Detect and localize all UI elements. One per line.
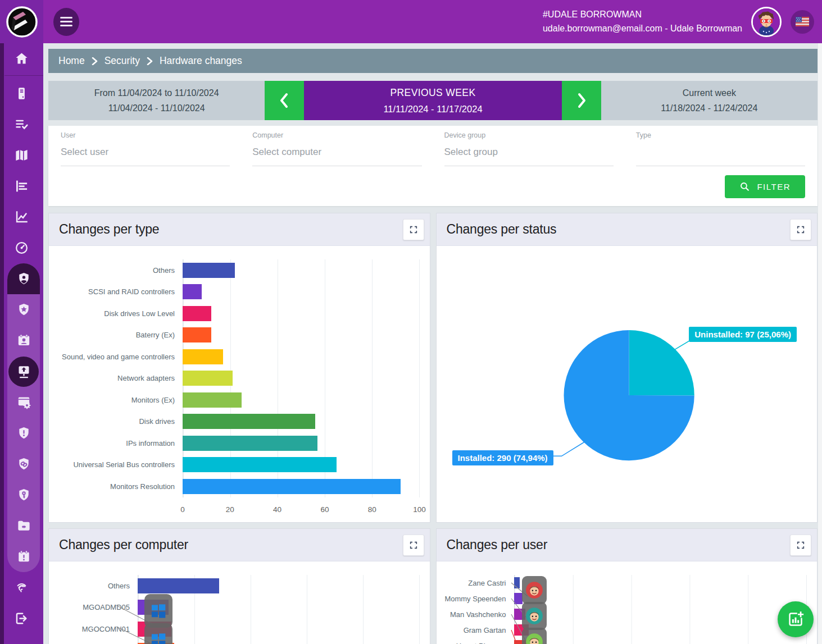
- shield-key-icon: [16, 487, 31, 503]
- bar[interactable]: [183, 263, 235, 278]
- pie-chart: Uninstalled: 97 (25,06%) Installed: 290 …: [442, 259, 807, 517]
- bar[interactable]: [183, 436, 317, 451]
- bar-row[interactable]: Man Vashchenko: [442, 606, 807, 622]
- sidebar-item-shield-user[interactable]: [7, 263, 40, 294]
- app-logo[interactable]: [0, 0, 43, 43]
- account-detail: udale.borrowman@email.com - Udale Borrow…: [543, 22, 742, 36]
- sidebar-item-window-gear[interactable]: [7, 387, 40, 418]
- bar[interactable]: [183, 457, 337, 472]
- bar-category-label: Disk drives: [55, 417, 183, 426]
- bar-row[interactable]: Hewet Pigrome: [442, 638, 807, 644]
- sidebar-item-shield-key[interactable]: [7, 479, 40, 510]
- user-avatar-icon: [525, 632, 544, 644]
- fullscreen-button[interactable]: [790, 535, 811, 556]
- current-week-range[interactable]: Current week 11/18/2024 - 11/24/2024: [601, 81, 818, 120]
- fullscreen-icon: [409, 225, 418, 234]
- sidebar-item-chart-levels[interactable]: [0, 171, 43, 202]
- user-avatar-tile[interactable]: [522, 576, 547, 604]
- bar-row[interactable]: Disk drives Low Level: [55, 303, 420, 325]
- bar-row[interactable]: Monitors Resolution: [55, 476, 420, 497]
- fullscreen-button[interactable]: [403, 535, 424, 556]
- x-axis-tick: 60: [320, 505, 329, 514]
- sidebar-item-computer-tower[interactable]: [0, 78, 43, 109]
- bar-category-label: Others: [55, 266, 183, 275]
- pie-label-uninstalled[interactable]: Uninstalled: 97 (25,06%): [689, 327, 797, 342]
- windows-logo-tile[interactable]: [144, 594, 172, 628]
- bar-row[interactable]: SCSI and RAID controllers: [55, 281, 420, 303]
- bar-row[interactable]: Baterry (Ex): [55, 325, 420, 346]
- sidebar-item-shield-star[interactable]: [7, 294, 40, 325]
- next-week-button[interactable]: [562, 81, 601, 120]
- bar[interactable]: [183, 349, 223, 364]
- scrollbar[interactable]: [818, 43, 822, 644]
- sidebar-item-chart-line[interactable]: [0, 202, 43, 232]
- bar-row[interactable]: Disk drives: [55, 411, 420, 433]
- current-week-title: Current week: [683, 88, 736, 98]
- language-flag-button[interactable]: [791, 10, 814, 34]
- bar-row[interactable]: Monitors (Ex): [55, 389, 420, 411]
- filter-field-device-group[interactable]: Device group Select group: [444, 131, 614, 166]
- sidebar-item-id-card[interactable]: [7, 325, 40, 356]
- sidebar-item-home[interactable]: [0, 43, 43, 74]
- sidebar-item-shield-link[interactable]: [7, 449, 40, 479]
- user-avatar-tile[interactable]: [522, 628, 547, 644]
- bar[interactable]: [514, 577, 520, 588]
- breadcrumb-item-security[interactable]: Security: [105, 55, 140, 67]
- avatar[interactable]: [751, 7, 782, 37]
- filter-field-placeholder: Select computer: [252, 147, 421, 159]
- filter-field-computer[interactable]: Computer Select computer: [252, 131, 421, 166]
- bar[interactable]: [183, 414, 315, 429]
- user-avatar-tile[interactable]: [522, 602, 547, 630]
- selected-week[interactable]: PREVIOUS WEEK 11/11/2024 - 11/17/2024: [304, 81, 561, 120]
- bar-row[interactable]: Sound, video and game controllers: [55, 346, 420, 368]
- filter-field-user[interactable]: User Select user: [61, 131, 230, 166]
- bar-row[interactable]: MGOCOMN01: [55, 618, 420, 640]
- sidebar-item-calendar-alert[interactable]: [7, 541, 40, 572]
- sidebar-item-logout[interactable]: [0, 603, 43, 634]
- sidebar-item-task-list[interactable]: [0, 109, 43, 140]
- bar-row[interactable]: Gram Gartan: [442, 622, 807, 638]
- bar[interactable]: [183, 284, 202, 299]
- breadcrumb-item-home[interactable]: Home: [58, 55, 85, 67]
- previous-week-range[interactable]: From 11/04/2024 to 11/10/2024 11/04/2024…: [48, 81, 265, 120]
- sidebar-item-shield-alert[interactable]: [7, 418, 40, 449]
- bar-row[interactable]: Zane Castri: [442, 575, 807, 591]
- bar[interactable]: [138, 578, 219, 593]
- add-chart-fab[interactable]: [778, 601, 814, 637]
- bar-row[interactable]: [55, 640, 420, 644]
- field-underline: [636, 166, 805, 166]
- pie-label-installed[interactable]: Installed: 290 (74,94%): [452, 450, 553, 465]
- field-underline: [444, 166, 614, 166]
- filter-field-type[interactable]: Type: [636, 131, 805, 166]
- map-icon: [14, 148, 29, 163]
- bar-row[interactable]: Mommy Speenden: [442, 591, 807, 606]
- bar-row[interactable]: Network adapters: [55, 368, 420, 390]
- bar-row[interactable]: IPs information: [55, 432, 420, 454]
- bar-row[interactable]: Others: [55, 259, 420, 281]
- bar-row[interactable]: Universal Serial Bus controllers: [55, 454, 420, 476]
- sidebar-item-computer-upload[interactable]: [7, 356, 40, 387]
- bar[interactable]: [183, 371, 233, 386]
- gauge-icon: [14, 240, 29, 255]
- bar[interactable]: [183, 479, 401, 494]
- prev-week-button[interactable]: [265, 81, 304, 120]
- fullscreen-button[interactable]: [403, 219, 424, 240]
- bar[interactable]: [514, 593, 523, 604]
- bar-row[interactable]: Others: [55, 575, 420, 597]
- sidebar-item-gauge[interactable]: [0, 232, 43, 263]
- filter-button[interactable]: FILTER: [725, 175, 805, 198]
- sidebar-item-fingerprint[interactable]: [0, 572, 43, 603]
- field-underline: [252, 166, 421, 166]
- pie-slice-uninstalled[interactable]: [629, 330, 694, 396]
- sidebar-item-map[interactable]: [0, 140, 43, 171]
- sidebar-item-folder-transfer[interactable]: [7, 510, 40, 541]
- current-week-dates: 11/18/2024 - 11/24/2024: [661, 103, 757, 113]
- menu-button[interactable]: [53, 8, 79, 36]
- bar[interactable]: [183, 327, 211, 342]
- bar[interactable]: [183, 306, 211, 321]
- bar[interactable]: [183, 392, 242, 408]
- windows-logo-tile[interactable]: [144, 623, 172, 644]
- fullscreen-button[interactable]: [790, 219, 811, 240]
- breadcrumb-item-hardware-changes[interactable]: Hardware changes: [160, 55, 242, 67]
- bar-row[interactable]: MGOADMD05: [55, 597, 420, 619]
